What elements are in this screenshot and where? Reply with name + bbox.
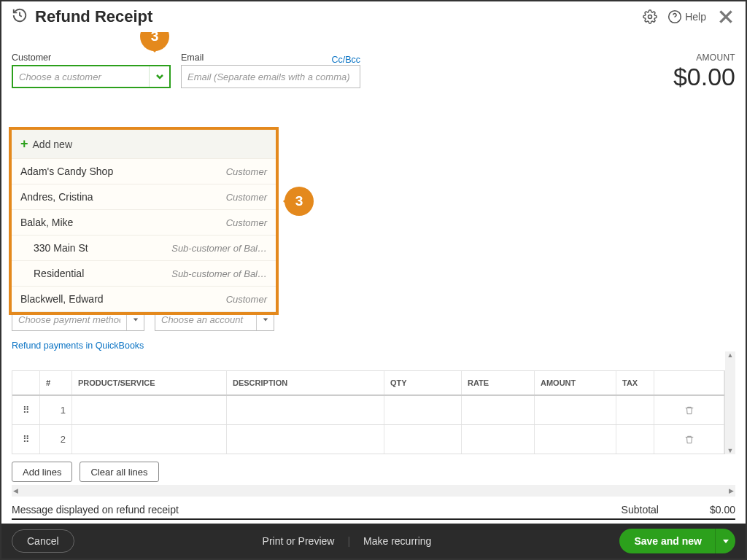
- plus-icon: +: [20, 136, 28, 151]
- close-button[interactable]: [716, 7, 735, 26]
- dropdown-subitem[interactable]: Residential Sub-customer of Bal…: [12, 261, 276, 287]
- col-tax: TAX: [616, 371, 654, 394]
- help-button[interactable]: Help: [667, 9, 706, 24]
- ccbcc-link[interactable]: Cc/Bcc: [331, 55, 360, 65]
- footer-bar: Cancel Print or Preview | Make recurring…: [1, 524, 746, 559]
- dropdown-item[interactable]: Andres, Cristina Customer: [12, 184, 276, 210]
- clear-lines-button[interactable]: Clear all lines: [80, 462, 158, 482]
- customer-dropdown[interactable]: [12, 65, 171, 88]
- dropdown-item[interactable]: Blackwell, Edward Customer: [12, 287, 276, 312]
- callout-3-side: 3: [285, 187, 314, 216]
- subtotal-label: Subtotal: [622, 504, 659, 516]
- customer-label: Customer: [12, 52, 171, 63]
- subtotal-value: $0.00: [710, 504, 735, 516]
- message-label: Message displayed on refund receipt: [12, 504, 179, 516]
- add-lines-button[interactable]: Add lines: [12, 462, 72, 482]
- svg-marker-5: [133, 318, 137, 321]
- col-num: #: [40, 371, 72, 394]
- svg-point-0: [649, 15, 652, 19]
- svg-marker-6: [263, 318, 267, 321]
- page-title: Refund Receipt: [35, 7, 635, 26]
- history-icon: [12, 7, 28, 26]
- delete-row-button[interactable]: [654, 425, 724, 454]
- customer-caret[interactable]: [149, 66, 169, 87]
- email-label: Email: [181, 52, 204, 63]
- table-vscroll[interactable]: ▲▼: [725, 351, 735, 454]
- table-hscroll[interactable]: ◀▶: [12, 485, 735, 497]
- svg-marker-7: [723, 540, 729, 543]
- col-qty: QTY: [384, 371, 462, 394]
- refund-payments-link[interactable]: Refund payments in QuickBooks: [12, 341, 144, 351]
- dropdown-item[interactable]: Adam's Candy Shop Customer: [12, 159, 276, 184]
- save-caret-icon[interactable]: [715, 529, 735, 553]
- col-description: DESCRIPTION: [227, 371, 384, 394]
- make-recurring-button[interactable]: Make recurring: [363, 535, 431, 547]
- delete-row-button[interactable]: [654, 396, 724, 424]
- table-row[interactable]: ⠿ 1: [12, 396, 724, 425]
- dropdown-item[interactable]: Balak, Mike Customer: [12, 210, 276, 236]
- print-preview-button[interactable]: Print or Preview: [263, 535, 335, 547]
- help-label: Help: [685, 11, 706, 23]
- customer-dropdown-panel: +Add new Adam's Candy Shop Customer Andr…: [9, 127, 279, 315]
- callout-3-top: 3: [140, 32, 169, 51]
- amount-value: $0.00: [673, 63, 735, 91]
- dropdown-subitem[interactable]: 330 Main St Sub-customer of Bal…: [12, 236, 276, 261]
- col-amount: AMOUNT: [535, 371, 616, 394]
- settings-button[interactable]: [643, 9, 657, 24]
- col-product: PRODUCT/SERVICE: [72, 371, 227, 394]
- col-rate: RATE: [462, 371, 535, 394]
- dropdown-add-new[interactable]: +Add new: [12, 130, 276, 159]
- cancel-button[interactable]: Cancel: [12, 529, 74, 553]
- drag-handle-icon[interactable]: ⠿: [12, 425, 40, 454]
- drag-handle-icon[interactable]: ⠿: [12, 396, 40, 424]
- amount-label: AMOUNT: [673, 52, 735, 63]
- table-row[interactable]: ⠿ 2: [12, 425, 724, 454]
- customer-input[interactable]: [13, 66, 149, 87]
- line-items-table: # PRODUCT/SERVICE DESCRIPTION QTY RATE A…: [12, 370, 725, 454]
- email-input[interactable]: [181, 65, 360, 88]
- save-and-new-button[interactable]: Save and new: [619, 529, 735, 553]
